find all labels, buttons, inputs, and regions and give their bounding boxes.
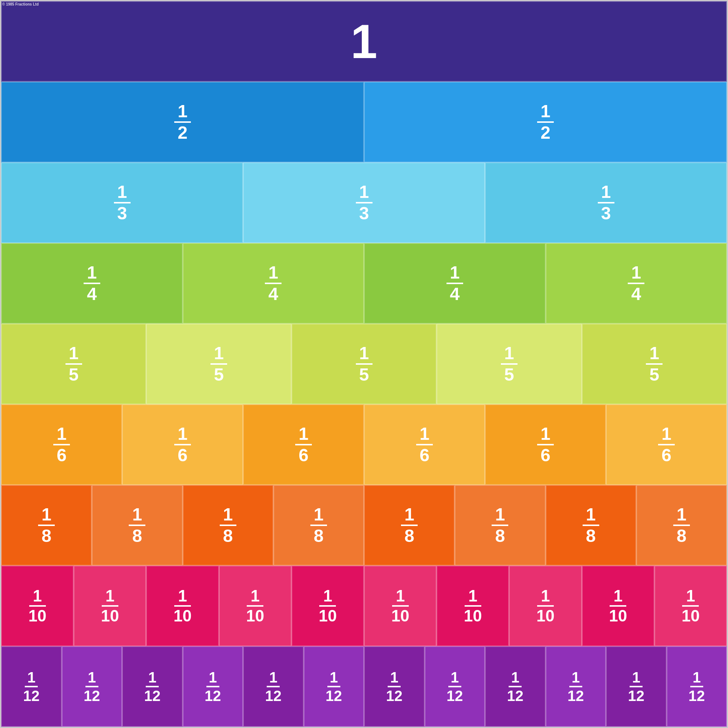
cell-twelfth-10: 1 12 [606,646,667,727]
row-fourths: 1 4 1 4 1 4 1 4 [1,243,727,324]
cell-twelfth-7: 1 12 [425,646,485,727]
cell-fourth-3: 1 4 [546,243,727,324]
cell-eighth-1: 1 8 [92,485,182,566]
cell-tenth-9: 1 10 [655,566,727,646]
cell-tenth-5: 1 10 [364,566,436,646]
row-tenths: 1 10 1 10 1 10 1 10 1 10 1 10 [1,566,727,646]
logo: © 1985 Fractions Ltd [2,2,39,6]
cell-third-1: 1 3 [243,162,485,243]
cell-tenth-1: 1 10 [73,566,146,646]
row-twelfths: 1 12 1 12 1 12 1 12 1 12 1 12 [1,646,727,727]
cell-twelfth-8: 1 12 [485,646,546,727]
cell-sixth-1: 1 6 [122,404,243,485]
cell-tenth-3: 1 10 [219,566,292,646]
cell-tenth-2: 1 10 [146,566,219,646]
fractions-chart: © 1985 Fractions Ltd 1 1 2 1 2 1 3 1 3 [0,0,728,728]
cell-eighth-5: 1 8 [455,485,545,566]
cell-twelfth-9: 1 12 [546,646,606,727]
row-halves: 1 2 1 2 [1,82,727,162]
cell-half-0: 1 2 [1,82,364,162]
cell-twelfth-4: 1 12 [243,646,304,727]
cell-sixth-4: 1 6 [485,404,606,485]
cell-fifth-4: 1 5 [582,324,727,404]
cell-sixth-3: 1 6 [364,404,485,485]
cell-twelfth-1: 1 12 [62,646,122,727]
whole-label: 1 [2,2,726,81]
row-eighths: 1 8 1 8 1 8 1 8 1 8 1 8 1 [1,485,727,566]
cell-eighth-0: 1 8 [1,485,92,566]
cell-eighth-6: 1 8 [546,485,636,566]
cell-fifth-2: 1 5 [292,324,436,404]
cell-twelfth-0: 1 12 [1,646,62,727]
cell-fifth-3: 1 5 [436,324,581,404]
cell-sixth-5: 1 6 [606,404,727,485]
cell-twelfth-2: 1 12 [122,646,183,727]
cell-sixth-0: 1 6 [1,404,122,485]
cell-eighth-2: 1 8 [183,485,273,566]
cell-fourth-2: 1 4 [364,243,546,324]
cell-eighth-7: 1 8 [636,485,727,566]
cell-tenth-7: 1 10 [509,566,581,646]
cell-fourth-0: 1 4 [1,243,183,324]
cell-eighth-3: 1 8 [273,485,364,566]
row-fifths: 1 5 1 5 1 5 1 5 1 5 [1,324,727,404]
cell-fourth-1: 1 4 [183,243,364,324]
cell-twelfth-6: 1 12 [364,646,425,727]
cell-tenth-4: 1 10 [292,566,364,646]
row-whole: 1 [1,1,727,82]
cell-twelfth-5: 1 12 [304,646,364,727]
cell-tenth-8: 1 10 [582,566,655,646]
cell-tenth-6: 1 10 [436,566,509,646]
cell-twelfth-3: 1 12 [183,646,243,727]
row-sixths: 1 6 1 6 1 6 1 6 1 6 1 6 [1,404,727,485]
cell-twelfth-11: 1 12 [667,646,727,727]
cell-third-0: 1 3 [1,162,243,243]
row-thirds: 1 3 1 3 1 3 [1,162,727,243]
cell-eighth-4: 1 8 [364,485,455,566]
cell-fifth-0: 1 5 [1,324,146,404]
cell-tenth-0: 1 10 [1,566,73,646]
cell-half-1: 1 2 [364,82,727,162]
cell-sixth-2: 1 6 [243,404,364,485]
cell-fifth-1: 1 5 [146,324,291,404]
cell-whole: 1 [1,1,727,82]
cell-third-2: 1 3 [485,162,727,243]
